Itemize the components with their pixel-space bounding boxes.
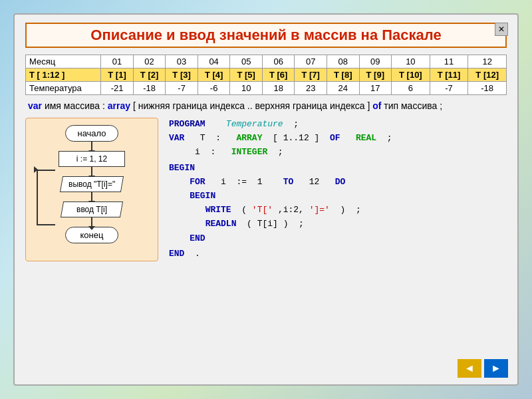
- code-line-10: END .: [169, 247, 507, 261]
- col-12: 12: [468, 55, 507, 68]
- col-08: 08: [327, 55, 359, 68]
- nav-buttons: ◄ ►: [458, 359, 508, 378]
- code-line-3: i : INTEGER ;: [169, 146, 507, 160]
- col-07: 07: [295, 55, 327, 68]
- syntax-line: var имя массива : array [ нижняя граница…: [28, 100, 507, 111]
- col-05: 05: [230, 55, 263, 68]
- fc-arrow-4: [91, 217, 92, 227]
- slide-title: Описание и ввод значений в массив на Пас…: [25, 23, 507, 48]
- fc-output-text: вывод "T[i]=": [68, 180, 115, 189]
- syntax-dotdot: ..: [247, 100, 255, 111]
- syntax-colon: :: [102, 100, 108, 111]
- code-line-5: FOR i := 1 TO 12 DO: [169, 176, 507, 190]
- array-table: Месяц 01 02 03 04 05 06 07 08 09 10 11 1…: [25, 55, 507, 95]
- fc-arrow-1: [91, 142, 92, 151]
- syntax-bracket-close: ]: [367, 100, 370, 111]
- fc-loop-arrowhead: [34, 166, 38, 173]
- code-line-8: READLN ( T[i] ) ;: [169, 217, 507, 231]
- syntax-type: тип массива: [384, 100, 437, 111]
- code-line-1: PROGRAM Temperature ;: [169, 118, 507, 132]
- table-row-header: Месяц 01 02 03 04 05 06 07 08 09 10 11 1…: [26, 55, 507, 68]
- code-line-6: BEGIN: [169, 190, 507, 203]
- fc-loop-top-bar: [37, 170, 55, 171]
- code-line-2: VAR T : ARRAY [ 1..12 ] OF REAL ;: [169, 132, 507, 146]
- fc-loop-init-text: i := 1, 12: [76, 154, 107, 164]
- var-keyword: var: [28, 100, 42, 111]
- col-02: 02: [133, 55, 166, 68]
- code-line-7: WRITE ( 'T[' ,i:2, ']=' ) ;: [169, 203, 507, 217]
- forward-button[interactable]: ►: [484, 359, 508, 378]
- fc-start: начало: [65, 125, 118, 142]
- code-line-9: END: [169, 232, 507, 246]
- fc-output: вывод "T[i]=": [60, 176, 124, 192]
- col-04: 04: [198, 55, 230, 68]
- fc-input-text: ввод T[i]: [76, 205, 107, 214]
- col-09: 09: [359, 55, 392, 68]
- index-label: T [ 1:12 ]: [26, 68, 101, 82]
- fc-arrow-2: [91, 167, 92, 176]
- col-03: 03: [166, 55, 198, 68]
- data-label: Температура: [26, 82, 101, 95]
- table-row-data: Температура -21 -18 -7 -6 10 18 23 24 17…: [26, 82, 507, 95]
- flowchart: начало i := 1, 12 вывод "T[i]=": [25, 118, 158, 261]
- fc-input: ввод T[i]: [61, 201, 123, 217]
- syntax-array-name: имя массива: [45, 100, 102, 111]
- col-10: 10: [392, 55, 430, 68]
- fc-loop-init: i := 1, 12: [59, 151, 125, 167]
- array-keyword: array: [108, 100, 130, 111]
- of-keyword: of: [372, 100, 384, 111]
- close-icon: ✕: [498, 25, 505, 34]
- syntax-bracket-open: [: [133, 100, 136, 111]
- syntax-upper-bound: верхняя граница индекса: [255, 100, 365, 111]
- code-line-4: BEGIN: [169, 162, 507, 176]
- back-button[interactable]: ◄: [458, 359, 481, 378]
- col-01: 01: [101, 55, 134, 68]
- close-button[interactable]: ✕: [495, 23, 508, 36]
- code-area: PROGRAM Temperature ; VAR T : ARRAY [ 1.…: [169, 118, 507, 261]
- table-row-index: T [ 1:12 ] T [1] T [2] T [3] T [4] T [5]…: [26, 68, 507, 82]
- slide: ✕ Описание и ввод значений в массив на П…: [13, 13, 519, 386]
- fc-arrow-3: [91, 192, 92, 201]
- fc-loop-left-line: [37, 170, 38, 225]
- col-06: 06: [262, 55, 295, 68]
- col-label-month: Месяц: [26, 55, 101, 68]
- col-11: 11: [430, 55, 468, 68]
- syntax-semicolon: ;: [440, 100, 442, 111]
- syntax-lower-bound: нижняя граница индекса: [138, 100, 245, 111]
- fc-loop-bottom-bar: [37, 224, 55, 225]
- content-area: начало i := 1, 12 вывод "T[i]=": [25, 118, 507, 261]
